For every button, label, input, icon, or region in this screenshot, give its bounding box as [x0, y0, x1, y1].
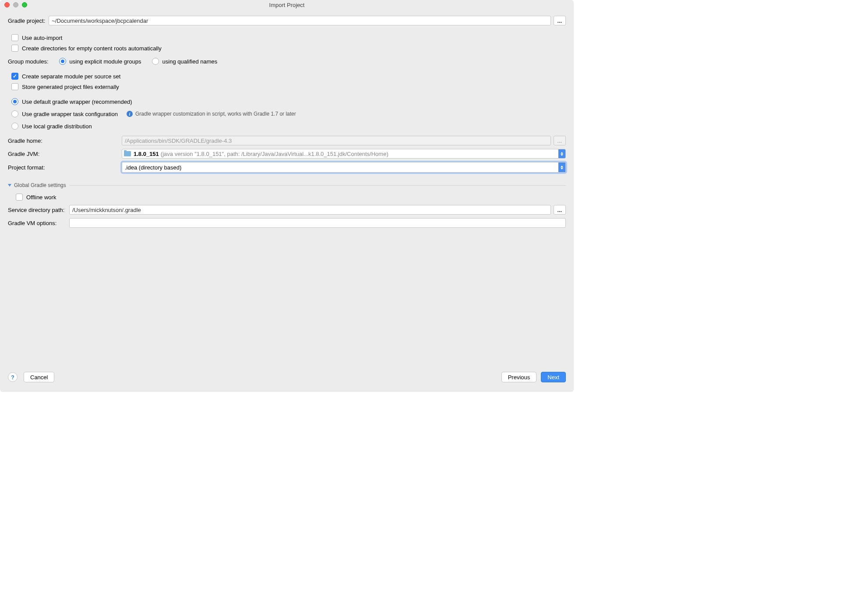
auto-import-row[interactable]: Use auto-import [11, 34, 566, 41]
gradle-home-label: Gradle home: [8, 138, 122, 144]
service-dir-input[interactable]: /Users/mickknutson/.gradle [69, 205, 551, 215]
project-format-row: Project format: .idea (directory based) [8, 162, 566, 173]
close-icon[interactable] [4, 2, 10, 7]
group-qualified-label: using qualified names [162, 58, 218, 65]
project-format-value: .idea (directory based) [125, 164, 181, 171]
group-explicit-label: using explicit module groups [70, 58, 141, 65]
dialog-content: Gradle project: ~/Documents/workspace/jb… [0, 10, 574, 367]
create-dirs-checkbox[interactable] [11, 45, 18, 52]
service-dir-label: Service directory path: [8, 207, 69, 213]
auto-import-checkbox[interactable] [11, 34, 18, 41]
jvm-detail: (java version "1.8.0_151", path: /Librar… [161, 151, 388, 157]
chevron-updown-icon [558, 149, 565, 158]
gradle-jvm-row: Gradle JVM: 1.8.0_151 (java version "1.8… [8, 149, 566, 159]
info-icon: i [127, 111, 133, 117]
help-button[interactable]: ? [8, 372, 18, 382]
minimize-icon [13, 2, 18, 7]
service-dir-row: Service directory path: /Users/mickknuts… [8, 205, 566, 215]
gradle-jvm-dropdown[interactable]: 1.8.0_151 (java version "1.8.0_151", pat… [122, 149, 566, 159]
separate-module-row[interactable]: Create separate module per source set [11, 73, 566, 80]
browse-project-button[interactable]: ... [554, 16, 566, 25]
next-button[interactable]: Next [541, 372, 566, 382]
disclosure-triangle-icon [8, 184, 11, 187]
wrapper-local-row[interactable]: Use local gradle distribution [11, 123, 566, 130]
separator [70, 185, 566, 186]
offline-work-row[interactable]: Offline work [16, 194, 566, 201]
window-title: Import Project [0, 2, 574, 8]
gradle-home-input: /Applications/bin/SDK/GRADLE/gradle-4.3 [122, 136, 551, 145]
offline-work-checkbox[interactable] [16, 194, 23, 201]
wrapper-local-label: Use local gradle distribution [22, 123, 92, 130]
gradle-project-label: Gradle project: [8, 18, 45, 24]
wrapper-task-hint: Gradle wrapper customization in script, … [135, 111, 296, 117]
wrapper-default-label: Use default gradle wrapper (recommended) [22, 99, 132, 105]
separate-module-checkbox[interactable] [11, 73, 18, 80]
browse-service-dir-button[interactable]: ... [554, 205, 566, 215]
titlebar: Import Project [0, 0, 574, 10]
folder-icon [124, 151, 131, 156]
group-modules-label: Group modules: [8, 58, 49, 65]
separate-module-label: Create separate module per source set [22, 73, 120, 80]
global-settings-header[interactable]: Global Gradle settings [8, 182, 566, 188]
window-controls [0, 2, 27, 7]
project-format-label: Project format: [8, 164, 122, 171]
dialog-window: Import Project Gradle project: ~/Documen… [0, 0, 574, 392]
wrapper-task-row[interactable]: Use gradle wrapper task configuration i … [11, 110, 566, 117]
gradle-project-row: Gradle project: ~/Documents/workspace/jb… [8, 16, 566, 25]
browse-gradle-home-button: ... [554, 136, 566, 145]
gradle-jvm-label: Gradle JVM: [8, 151, 122, 157]
group-qualified-radio[interactable] [152, 58, 159, 65]
store-external-label: Store generated project files externally [22, 84, 119, 90]
previous-button[interactable]: Previous [501, 372, 537, 382]
cancel-button[interactable]: Cancel [24, 372, 54, 382]
store-external-checkbox[interactable] [11, 83, 18, 90]
jvm-version: 1.8.0_151 [134, 151, 159, 157]
create-dirs-row[interactable]: Create directories for empty content roo… [11, 45, 566, 52]
offline-work-label: Offline work [26, 194, 56, 201]
group-explicit-radio[interactable] [59, 58, 66, 65]
wrapper-local-radio[interactable] [11, 123, 18, 130]
vm-options-row: Gradle VM options: [8, 218, 566, 228]
store-external-row[interactable]: Store generated project files externally [11, 83, 566, 90]
create-dirs-label: Create directories for empty content roo… [22, 45, 162, 52]
maximize-icon[interactable] [22, 2, 27, 7]
wrapper-task-radio[interactable] [11, 110, 18, 117]
wrapper-default-radio[interactable] [11, 98, 18, 105]
project-format-dropdown[interactable]: .idea (directory based) [122, 162, 566, 173]
group-modules-row: Group modules: using explicit module gro… [8, 58, 566, 65]
global-settings-label: Global Gradle settings [14, 182, 66, 188]
auto-import-label: Use auto-import [22, 35, 62, 41]
gradle-home-row: Gradle home: /Applications/bin/SDK/GRADL… [8, 136, 566, 145]
wrapper-task-label: Use gradle wrapper task configuration [22, 111, 118, 117]
vm-options-input[interactable] [69, 218, 566, 228]
wrapper-default-row[interactable]: Use default gradle wrapper (recommended) [11, 98, 566, 105]
gradle-project-path-input[interactable]: ~/Documents/workspace/jbcpcalendar [49, 16, 551, 25]
chevron-updown-icon [558, 162, 565, 172]
dialog-footer: ? Cancel Previous Next [0, 367, 574, 392]
vm-options-label: Gradle VM options: [8, 220, 69, 226]
